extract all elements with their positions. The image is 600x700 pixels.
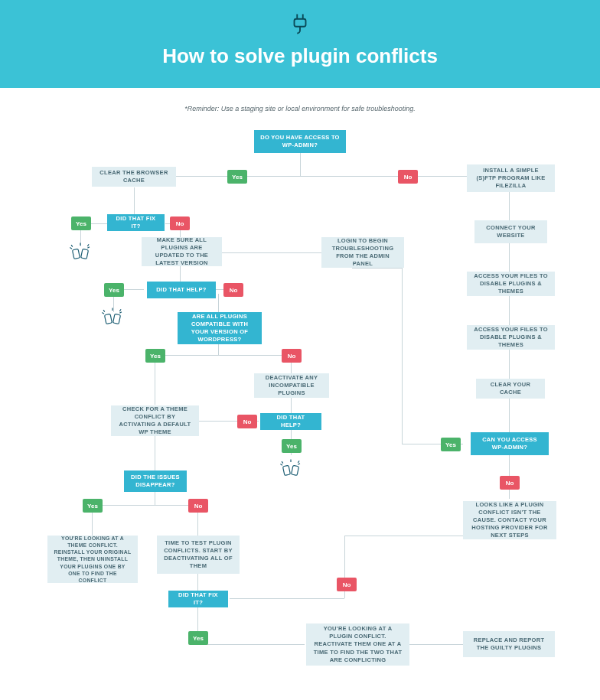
tag-no: No	[188, 499, 208, 513]
tag-yes: Yes	[227, 170, 247, 184]
svg-rect-0	[295, 19, 306, 27]
node-issues: DID THE ISSUES DISAPPEAR?	[124, 470, 187, 492]
reminder-text: *Reminder: Use a staging site or local e…	[0, 105, 600, 112]
node-help1: DID THAT HELP?	[147, 282, 216, 298]
page-title: How to solve plugin conflicts	[0, 44, 600, 68]
tag-yes: Yes	[188, 631, 208, 645]
svg-rect-6	[292, 465, 299, 475]
cheers-icon	[278, 457, 304, 483]
node-replace: REPLACE AND REPORT THE GUILTY PLUGINS	[463, 631, 555, 657]
node-result-theme: YOU'RE LOOKING AT A THEME CONFLICT. REIN…	[47, 536, 138, 583]
node-compat: ARE ALL PLUGINS COMPATIBLE WITH YOUR VER…	[178, 312, 262, 344]
svg-rect-1	[72, 249, 80, 259]
node-connect: CONNECT YOUR WEBSITE	[474, 220, 547, 243]
node-help2: DID THAT HELP?	[260, 413, 321, 430]
node-clear: CLEAR YOUR CACHE	[476, 379, 545, 399]
tag-no: No	[282, 349, 302, 363]
plug-icon	[289, 12, 311, 35]
tag-yes: Yes	[71, 217, 91, 230]
tag-no: No	[398, 170, 418, 184]
node-cache: CLEAR THE BROWSER CACHE	[92, 167, 176, 187]
node-theme: CHECK FOR A THEME CONFLICT BY ACTIVATING…	[111, 405, 199, 436]
node-root: DO YOU HAVE ACCESS TO WP-ADMIN?	[254, 130, 346, 153]
tag-yes: Yes	[441, 438, 461, 451]
tag-yes: Yes	[145, 349, 165, 363]
svg-rect-4	[113, 314, 121, 324]
node-login: LOGIN TO BEGIN TROUBLESHOOTING FROM THE …	[321, 237, 404, 268]
hero: How to solve plugin conflicts	[0, 0, 600, 88]
svg-rect-5	[282, 465, 290, 475]
tag-yes: Yes	[104, 283, 124, 297]
tag-no: No	[170, 217, 190, 230]
node-result-plugin: TIME TO TEST PLUGIN CONFLICTS. START BY …	[157, 536, 240, 574]
tag-yes: Yes	[83, 499, 103, 513]
node-fix2: DID THAT FIX IT?	[168, 591, 228, 607]
node-disable2: ACCESS YOUR FILES TO DISABLE PLUGINS & T…	[467, 325, 555, 350]
node-deact: DEACTIVATE ANY INCOMPATIBLE PLUGINS	[254, 373, 329, 398]
tag-no: No	[337, 578, 357, 591]
tag-no: No	[237, 415, 257, 428]
tag-no: No	[223, 283, 243, 297]
node-react-plugin: YOU'RE LOOKING AT A PLUGIN CONFLICT. REA…	[306, 623, 409, 666]
node-ftp: INSTALL A SIMPLE (S)FTP PROGRAM LIKE FIL…	[467, 164, 555, 192]
node-fix1: DID THAT FIX IT?	[107, 214, 165, 231]
cheers-icon	[99, 306, 126, 332]
tag-yes: Yes	[282, 439, 302, 453]
node-access: CAN YOU ACCESS WP-ADMIN?	[471, 432, 549, 455]
flowchart: Yes No Yes No Yes No Yes No No Yes Yes N…	[0, 122, 600, 700]
node-update: MAKE SURE ALL PLUGINS ARE UPDATED TO THE…	[142, 237, 222, 266]
tag-no: No	[500, 476, 520, 490]
cheers-icon	[67, 241, 93, 267]
svg-rect-2	[81, 249, 89, 259]
node-disable1: ACCESS YOUR FILES TO DISABLE PLUGINS & T…	[467, 272, 555, 296]
node-hosting: LOOKS LIKE A PLUGIN CONFLICT ISN'T THE C…	[463, 501, 556, 539]
svg-rect-3	[104, 314, 112, 324]
